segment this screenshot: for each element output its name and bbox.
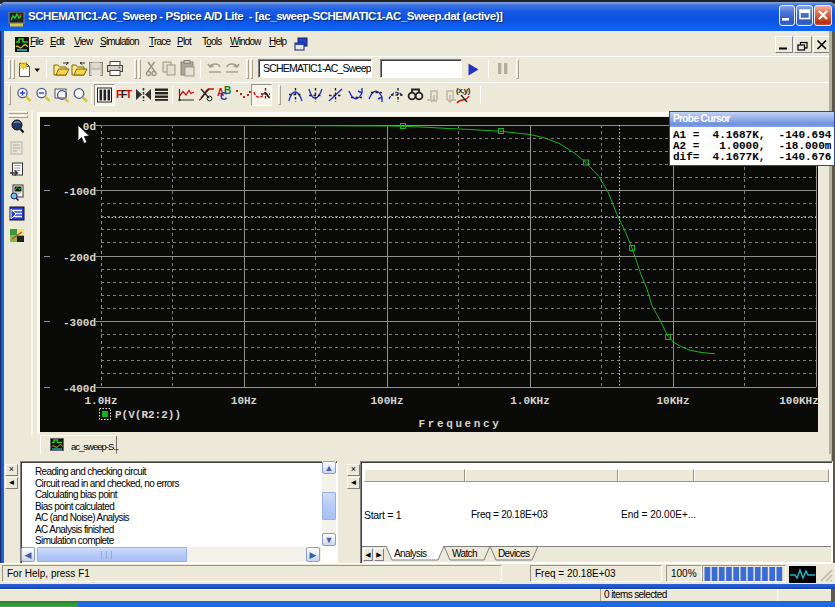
svg-text:1.0Hz: 1.0Hz <box>84 395 117 407</box>
svg-text:P(V(R2:2)): P(V(R2:2)) <box>115 409 181 421</box>
svg-text:100KHz: 100KHz <box>779 395 818 407</box>
svg-text:10Hz: 10Hz <box>231 395 257 407</box>
svg-text:10KHz: 10KHz <box>656 395 689 407</box>
svg-text:-400d: -400d <box>63 383 96 395</box>
svg-text:-300d: -300d <box>63 317 96 329</box>
svg-text:Frequency: Frequency <box>419 418 502 430</box>
svg-text:100Hz: 100Hz <box>370 395 403 407</box>
svg-text:0d: 0d <box>83 121 96 133</box>
svg-text:-100d: -100d <box>63 186 96 198</box>
svg-text:1.0KHz: 1.0KHz <box>510 395 550 407</box>
svg-text:-200d: -200d <box>63 252 96 264</box>
